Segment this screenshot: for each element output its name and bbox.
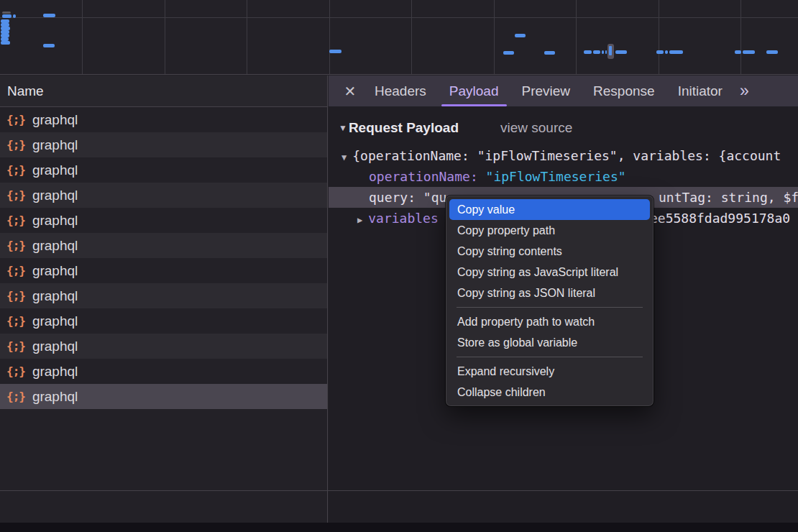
- request-timing-bar: [656, 50, 664, 54]
- network-overview-timeline[interactable]: [0, 0, 798, 75]
- overview-gridline: [0, 17, 798, 18]
- request-timing-bar: [503, 51, 514, 55]
- detail-tab-bar: ✕ Headers Payload Preview: [329, 75, 798, 106]
- context-menu: Copy value Copy property path Copy strin…: [446, 196, 653, 406]
- request-row[interactable]: {;} graphql: [0, 132, 327, 157]
- request-name: graphql: [32, 238, 78, 254]
- overview-gridline: [740, 0, 741, 74]
- json-request-icon: {;}: [6, 390, 25, 403]
- menu-item-copy-property-path[interactable]: Copy property path: [449, 220, 650, 241]
- request-name: graphql: [32, 213, 78, 229]
- request-timing-bar: [544, 51, 555, 55]
- request-row[interactable]: {;} graphql: [0, 258, 327, 283]
- request-timing-bar: [2, 14, 12, 18]
- tab-label: Initiator: [678, 83, 723, 98]
- request-row[interactable]: {;} graphql: [0, 308, 327, 334]
- tab-label: Headers: [375, 83, 426, 98]
- request-row[interactable]: {;} graphql: [0, 107, 327, 132]
- json-query-fragment-left: query: "qu: [369, 190, 446, 205]
- request-row[interactable]: {;} graphql: [0, 384, 327, 409]
- request-row[interactable]: {;} graphql: [0, 233, 327, 258]
- overview-gridline: [411, 0, 412, 74]
- menu-item-label: Copy string as JavaScript literal: [457, 266, 618, 278]
- request-timing-bar: [766, 50, 778, 54]
- tab-initiator[interactable]: Initiator: [666, 75, 734, 106]
- json-object-preview: {operationName: "ipFlowTimeseries", vari…: [352, 148, 781, 163]
- request-row[interactable]: {;} graphql: [0, 183, 327, 208]
- request-name: graphql: [32, 162, 78, 178]
- tab-label: Payload: [449, 83, 499, 98]
- request-payload-section-header[interactable]: ▼ Request Payload view source: [339, 119, 798, 137]
- request-name: graphql: [32, 389, 78, 405]
- menu-item-copy-string-as-json-literal[interactable]: Copy string as JSON literal: [449, 283, 650, 303]
- json-root-row[interactable]: ▼{operationName: "ipFlowTimeseries", var…: [329, 145, 798, 166]
- request-name: graphql: [32, 288, 78, 304]
- window-bottom-edge: [0, 523, 798, 532]
- overview-gridline: [329, 0, 330, 74]
- request-timing-bar: [43, 44, 55, 47]
- request-row[interactable]: {;} graphql: [0, 359, 327, 384]
- request-timing-bar: [665, 50, 668, 54]
- menu-item-label: Add property path to watch: [457, 316, 595, 328]
- request-timing-bar: [605, 50, 607, 54]
- menu-item-label: Collapse children: [457, 386, 546, 398]
- menu-item-label: Expand recursively: [457, 365, 554, 377]
- json-request-icon: {;}: [6, 364, 25, 378]
- tab-preview[interactable]: Preview: [510, 75, 582, 106]
- request-name: graphql: [32, 188, 78, 203]
- view-source-link[interactable]: view source: [500, 120, 572, 136]
- request-timing-bar: [602, 50, 604, 54]
- menu-item-label: Store as global variable: [457, 336, 577, 349]
- request-timing-bar: [584, 50, 592, 54]
- overview-gridline: [165, 0, 165, 74]
- request-row[interactable]: {;} graphql: [0, 334, 327, 359]
- menu-item-label: Copy string as JSON literal: [457, 287, 595, 299]
- request-row[interactable]: {;} graphql: [0, 157, 327, 183]
- selected-request-marker-bar: [609, 46, 612, 55]
- menu-item-copy-string-contents[interactable]: Copy string contents: [449, 241, 650, 262]
- request-name: graphql: [32, 263, 78, 279]
- request-name: graphql: [32, 364, 78, 380]
- selected-request-marker: [607, 44, 614, 59]
- request-timing-bar: [43, 14, 55, 17]
- tab-headers[interactable]: Headers: [363, 75, 438, 106]
- json-request-icon: {;}: [6, 264, 25, 278]
- request-timing-bar: [669, 50, 683, 54]
- overview-gridline: [494, 0, 495, 74]
- request-row[interactable]: {;} graphql: [0, 283, 327, 308]
- json-request-icon: {;}: [6, 314, 25, 328]
- disclosure-triangle-icon: ▼: [341, 152, 347, 162]
- tab-response[interactable]: Response: [582, 75, 666, 106]
- column-header-name[interactable]: Name: [0, 75, 327, 107]
- request-row[interactable]: {;} graphql: [0, 208, 327, 233]
- json-row-operationName[interactable]: operationName: "ipFlowTimeseries": [329, 166, 798, 187]
- close-icon[interactable]: ✕: [337, 83, 363, 100]
- overview-gridline: [659, 0, 659, 74]
- tab-label: Preview: [522, 83, 571, 98]
- json-variables-fragment-right: ee5588fdad995178a0: [650, 208, 790, 229]
- menu-item-copy-string-as-javascript-literal[interactable]: Copy string as JavaScript literal: [449, 262, 650, 283]
- json-request-icon: {;}: [6, 239, 25, 252]
- summary-bar-divider: [0, 490, 798, 491]
- request-list-panel: Name {;} graphql {;} graphql {;} graphql: [0, 75, 328, 523]
- request-timing-bar: [1, 41, 10, 45]
- menu-item-collapse-children[interactable]: Collapse children: [449, 382, 650, 403]
- json-request-icon: {;}: [6, 339, 25, 353]
- menu-item-expand-recursively[interactable]: Expand recursively: [449, 361, 650, 382]
- more-tabs-icon[interactable]: »: [740, 75, 749, 106]
- menu-item-label: Copy value: [457, 203, 515, 216]
- menu-item-label: Copy string contents: [457, 245, 562, 257]
- request-timing-bar: [735, 50, 741, 54]
- request-timing-bar: [2, 12, 11, 14]
- menu-item-add-property-path-to-watch[interactable]: Add property path to watch: [449, 311, 650, 332]
- request-name: graphql: [32, 137, 78, 153]
- menu-item-copy-value[interactable]: Copy value: [449, 199, 650, 220]
- json-request-icon: {;}: [6, 163, 25, 177]
- json-request-icon: {;}: [6, 138, 25, 152]
- json-request-icon: {;}: [6, 214, 25, 227]
- devtools-network-panel: Name {;} graphql {;} graphql {;} graphql: [0, 0, 798, 532]
- tab-payload[interactable]: Payload: [438, 75, 510, 106]
- tab-label: Response: [593, 83, 655, 98]
- menu-item-store-as-global-variable[interactable]: Store as global variable: [449, 332, 650, 353]
- section-title: Request Payload: [349, 120, 459, 136]
